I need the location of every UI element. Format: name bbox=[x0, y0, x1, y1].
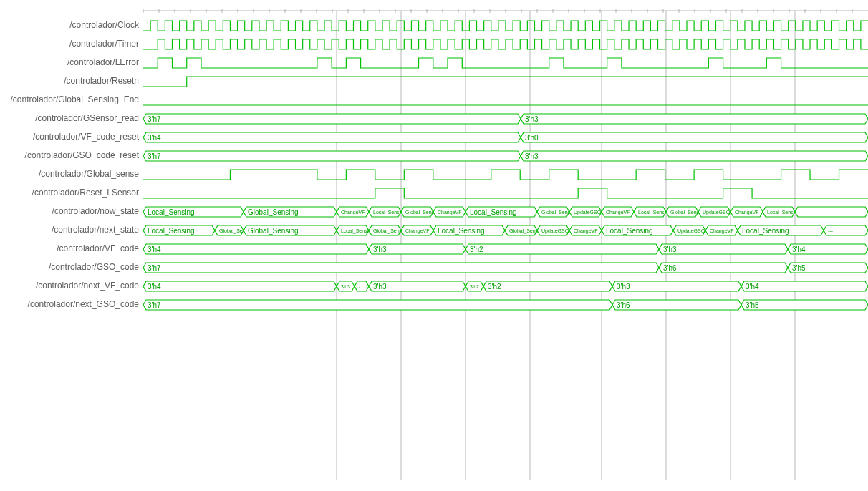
bus-value: ChangeVF bbox=[606, 210, 630, 215]
bus-value: UpdateGSO bbox=[677, 228, 705, 234]
signal-name[interactable]: /controlador/Reset_LSensor bbox=[32, 188, 139, 198]
bus-segment[interactable] bbox=[612, 281, 741, 291]
bus-value: Local_Sensing bbox=[148, 227, 195, 235]
signal-name[interactable]: /controlador/VF_code bbox=[57, 243, 139, 253]
signal-name[interactable]: /controlador/now_state bbox=[52, 206, 140, 216]
bus-segment[interactable] bbox=[483, 281, 612, 291]
bus-value: 3'h4 bbox=[746, 283, 759, 291]
bus-value: ChangeVF bbox=[438, 210, 461, 215]
bus-value: 3'h4 bbox=[148, 134, 161, 142]
signal-name[interactable]: /controlador/Clock bbox=[69, 20, 140, 30]
signal-name[interactable]: /controlador/Timer bbox=[69, 39, 139, 49]
bus-value: Local_Sensing bbox=[148, 208, 195, 216]
bus-value: 3'h2 bbox=[488, 283, 501, 291]
bus-segment[interactable] bbox=[741, 281, 868, 291]
bus-segment[interactable] bbox=[143, 300, 612, 310]
digital-wave[interactable] bbox=[143, 170, 868, 180]
bus-value: UpdateGSO bbox=[574, 210, 602, 215]
signal-name[interactable]: /controlador/VF_code_reset bbox=[33, 132, 140, 142]
signal-name[interactable]: /controlador/GSO_code bbox=[49, 262, 139, 272]
bus-segment[interactable] bbox=[143, 151, 521, 161]
bus-value: Local_Sensing bbox=[438, 227, 485, 235]
signal-name[interactable]: /controlador/LError bbox=[67, 57, 139, 67]
bus-value: 3'h6 bbox=[663, 264, 677, 272]
bus-segment[interactable] bbox=[143, 114, 521, 124]
bus-segment[interactable] bbox=[741, 300, 868, 310]
bus-segment[interactable] bbox=[143, 132, 521, 142]
bus-value: 3'h4 bbox=[792, 245, 806, 253]
bus-segment[interactable] bbox=[355, 281, 369, 291]
bus-value: 3'h5 bbox=[746, 301, 759, 309]
bus-value: 3'h4 bbox=[148, 283, 161, 291]
bus-value: 3'h3 bbox=[617, 283, 630, 291]
digital-wave[interactable] bbox=[143, 188, 868, 198]
bus-segment[interactable] bbox=[466, 244, 659, 254]
bus-value: 3'h0 bbox=[525, 134, 539, 142]
bus-value: Global_Sensing bbox=[248, 227, 299, 235]
bus-value: ChangeVF bbox=[710, 228, 733, 234]
signal-name[interactable]: /controlador/GSO_code_reset bbox=[25, 150, 140, 160]
bus-value: 3'h3 bbox=[341, 284, 350, 289]
signal-name[interactable]: /controlador/GSensor_read bbox=[35, 113, 139, 123]
bus-value: 3'h7 bbox=[148, 115, 161, 123]
bus-segment[interactable] bbox=[659, 244, 788, 254]
bus-segment[interactable] bbox=[521, 132, 868, 142]
bus-segment[interactable] bbox=[659, 263, 788, 273]
waveform-canvas[interactable]: /controlador/Clock/controlador/Timer/con… bbox=[0, 0, 868, 491]
bus-value: UpdateGSO bbox=[541, 228, 569, 234]
digital-wave[interactable] bbox=[143, 77, 868, 87]
bus-value: 3'h7 bbox=[148, 152, 161, 160]
signal-name[interactable]: /controlador/next_GSO_code bbox=[28, 299, 140, 309]
signal-name[interactable]: /controlador/Global_sense bbox=[39, 169, 139, 179]
bus-value: 3'h3 bbox=[373, 245, 387, 253]
bus-value: 3'h3 bbox=[663, 245, 677, 253]
bus-value: 3'h6 bbox=[617, 301, 630, 309]
bus-segment[interactable] bbox=[521, 114, 868, 124]
bus-value: Local_Sensing bbox=[742, 227, 789, 235]
bus-value: 3'h2 bbox=[470, 245, 483, 253]
digital-wave[interactable] bbox=[143, 21, 868, 31]
bus-value: --- bbox=[828, 228, 834, 233]
signal-name[interactable]: /controlador/next_VF_code bbox=[36, 281, 139, 291]
bus-value: Local_Sensing bbox=[470, 208, 517, 216]
bus-value: UpdateGSO bbox=[703, 210, 730, 215]
bus-segment[interactable] bbox=[143, 244, 369, 254]
bus-segment[interactable] bbox=[795, 207, 868, 217]
bus-value: ChangeVF bbox=[341, 210, 365, 215]
bus-value: --- bbox=[799, 210, 805, 215]
bus-value: 3'h7 bbox=[148, 264, 161, 272]
bus-value: 3'h2 bbox=[470, 284, 479, 289]
bus-value: 3'h3 bbox=[373, 283, 387, 291]
bus-segment[interactable] bbox=[143, 281, 337, 291]
bus-value: Global_Sensing bbox=[248, 208, 299, 216]
bus-value: 3'h5 bbox=[792, 264, 806, 272]
bus-value: ChangeVF bbox=[574, 228, 597, 234]
waveform-viewer: /controlador/Clock/controlador/Timer/con… bbox=[0, 0, 868, 491]
bus-segment[interactable] bbox=[143, 263, 659, 273]
signal-name[interactable]: /controlador/Resetn bbox=[64, 76, 139, 86]
bus-value: 3'h3 bbox=[525, 115, 539, 123]
signal-name[interactable]: /controlador/Global_Sensing_End bbox=[11, 94, 139, 104]
bus-value: ChangeVF bbox=[735, 210, 758, 215]
bus-value: Local_Sensing bbox=[606, 227, 653, 235]
bus-segment[interactable] bbox=[521, 151, 868, 161]
bus-value: 3'h3 bbox=[525, 152, 539, 160]
digital-wave[interactable] bbox=[143, 39, 868, 49]
bus-value: 3'h4 bbox=[148, 245, 161, 253]
signal-name[interactable]: /controlador/next_state bbox=[52, 225, 139, 235]
bus-value: ChangeVF bbox=[405, 228, 429, 234]
bus-value: 3'h7 bbox=[148, 301, 161, 309]
digital-wave[interactable] bbox=[143, 58, 868, 68]
bus-segment[interactable] bbox=[612, 300, 741, 310]
